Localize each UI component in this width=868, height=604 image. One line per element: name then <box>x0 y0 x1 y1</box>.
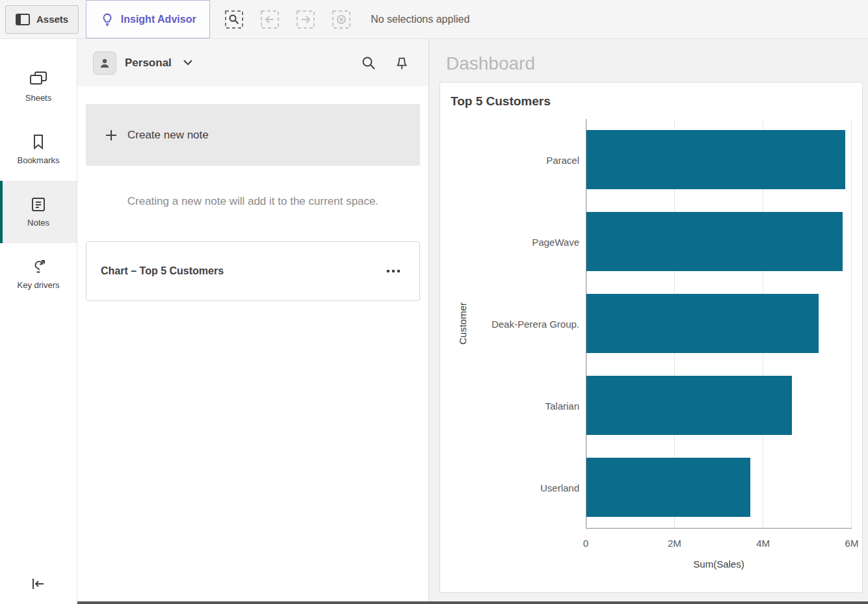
insight-advisor-tab[interactable]: Insight Advisor <box>86 0 210 38</box>
bar-category-label: Deak-Perera Group. <box>474 283 586 365</box>
notes-icon <box>31 196 46 212</box>
y-axis-title: Customer <box>457 302 468 345</box>
clear-selections-icon[interactable] <box>332 10 351 29</box>
bar-category-label: Userland <box>474 447 586 529</box>
search-icon <box>361 55 376 71</box>
x-axis-title: Sum(Sales) <box>586 558 852 570</box>
note-title: Chart – Top 5 Customers <box>101 265 224 277</box>
plot-area <box>586 119 852 529</box>
key-drivers-icon <box>31 259 46 274</box>
search-selections-icon[interactable] <box>224 10 244 29</box>
create-note-hint: Creating a new note will add it to the c… <box>77 195 428 208</box>
pin-icon <box>395 56 409 70</box>
user-avatar-icon <box>98 57 111 70</box>
sidebar-item-key-drivers[interactable]: Key drivers <box>0 243 77 306</box>
y-axis-labels: ParacelPageWaveDeak-Perera Group.Talaria… <box>474 119 586 529</box>
x-axis-title-row: Sum(Sales) <box>451 558 852 570</box>
chevron-down-icon[interactable] <box>183 60 192 66</box>
bar-talarian[interactable] <box>586 376 792 435</box>
bar-row <box>586 364 852 446</box>
sidebar-item-notes[interactable]: Notes <box>0 181 77 243</box>
app-window: Assets Insight Advisor <box>0 0 868 604</box>
sidebar-item-label: Sheets <box>25 93 51 103</box>
x-axis-spacer <box>451 529 586 558</box>
x-tick-label: 2M <box>668 538 681 549</box>
bars-layer <box>586 119 852 528</box>
sidebar-item-sheets[interactable]: Sheets <box>0 56 77 118</box>
create-note-label: Create new note <box>127 129 209 142</box>
bar-row <box>586 446 852 528</box>
space-selector[interactable]: Personal <box>125 57 172 70</box>
insight-advisor-label: Insight Advisor <box>121 14 196 25</box>
x-axis-ticks: 02M4M6M <box>586 529 852 558</box>
sheets-icon <box>30 72 47 87</box>
assets-sidebar: Sheets Bookmarks Notes <box>0 39 77 603</box>
space-avatar <box>93 51 116 75</box>
chart-title: Top 5 Customers <box>451 94 852 109</box>
sheet-title: Dashboard <box>429 39 868 82</box>
selections-toolbar <box>224 10 351 29</box>
bar-row <box>586 119 852 201</box>
pin-panel-icon[interactable] <box>392 53 412 73</box>
x-axis-spacer <box>451 558 586 570</box>
bar-paracel[interactable] <box>586 130 845 189</box>
collapse-panel-icon <box>31 577 46 590</box>
collapse-sidebar-button[interactable] <box>27 573 50 594</box>
assets-button[interactable]: Assets <box>5 5 79 34</box>
selections-forward-icon[interactable] <box>296 10 315 29</box>
search-notes-icon[interactable] <box>358 53 379 73</box>
bar-chart: Customer ParacelPageWaveDeak-Perera Grou… <box>451 119 852 570</box>
note-list-item[interactable]: Chart – Top 5 Customers <box>86 241 420 301</box>
bar-userland[interactable] <box>586 458 750 517</box>
top-toolbar: Assets Insight Advisor <box>0 0 868 39</box>
bar-category-label: Talarian <box>474 365 586 447</box>
x-tick-label: 4M <box>756 538 770 549</box>
horizontal-scrollbar[interactable] <box>77 601 868 604</box>
sidebar-item-label: Notes <box>27 218 49 228</box>
sheet-area: Dashboard Top 5 Customers Customer Parac… <box>429 39 868 603</box>
bar-row <box>586 201 852 283</box>
bar-category-label: PageWave <box>474 201 586 283</box>
bar-category-label: Paracel <box>474 119 586 201</box>
notes-panel: Personal <box>77 39 429 603</box>
sidebar-item-bookmarks[interactable]: Bookmarks <box>0 118 77 181</box>
assets-panel-icon <box>16 14 30 25</box>
x-axis: 02M4M6M <box>451 529 852 558</box>
plus-icon <box>105 129 118 142</box>
bar-pagewave[interactable] <box>586 212 843 271</box>
notes-panel-header: Personal <box>77 39 428 86</box>
bar-row <box>586 283 852 365</box>
sidebar-item-label: Bookmarks <box>17 155 59 165</box>
bookmark-icon <box>33 134 44 150</box>
y-axis-title-container: Customer <box>451 119 474 529</box>
selections-status: No selections applied <box>371 14 469 25</box>
note-more-menu-button[interactable] <box>382 265 405 277</box>
assets-button-label: Assets <box>36 14 68 25</box>
more-menu-icon <box>386 269 401 273</box>
selections-back-icon[interactable] <box>260 10 280 29</box>
x-tick-label: 6M <box>845 538 859 549</box>
chart-object: Top 5 Customers Customer ParacelPageWave… <box>440 82 863 593</box>
bar-deak-perera-group-[interactable] <box>586 294 819 353</box>
create-new-note-button[interactable]: Create new note <box>86 104 420 166</box>
lightbulb-icon <box>100 12 114 27</box>
sidebar-item-label: Key drivers <box>17 280 59 290</box>
x-tick-label: 0 <box>583 538 588 549</box>
